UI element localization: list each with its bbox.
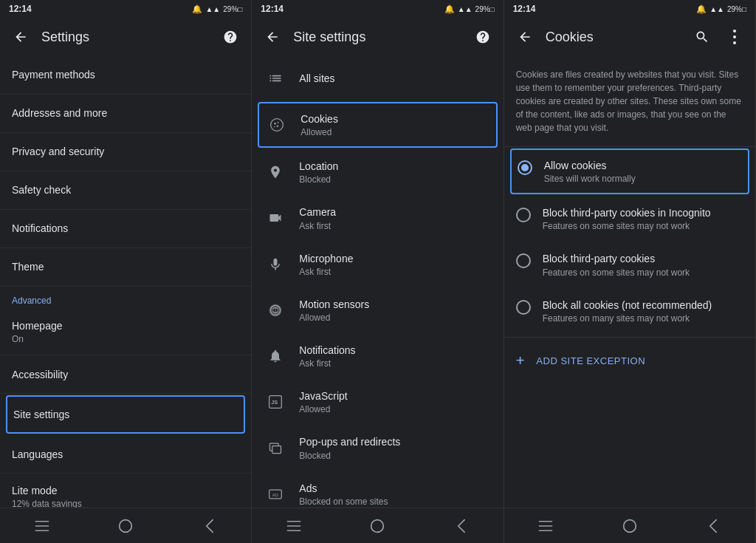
svg-text:JS: JS	[271, 400, 278, 406]
alarm-icon: 🔔	[192, 4, 202, 14]
settings-item-accessibility[interactable]: Accessibility	[0, 355, 251, 394]
status-bar-1: 12:14 🔔 ▲▲ 29%□	[0, 0, 251, 18]
nav-menu-2[interactable]	[279, 511, 309, 541]
cookie-icon	[265, 113, 289, 137]
nav-back-1[interactable]	[195, 511, 224, 541]
nav-menu-3[interactable]	[531, 511, 560, 541]
site-item-notifications[interactable]: Notifications Ask first	[252, 333, 503, 379]
advanced-section-label: Advanced	[0, 287, 251, 309]
bell-icon	[264, 344, 287, 368]
nav-home-2[interactable]	[362, 511, 392, 541]
plus-icon: +	[516, 352, 525, 369]
battery-icon-2: 29%□	[475, 5, 495, 13]
nav-back-3[interactable]	[698, 511, 728, 541]
nav-home-1[interactable]	[111, 511, 140, 541]
status-icons-3: 🔔 ▲▲ 29%□	[696, 4, 746, 14]
signal-icon-3: ▲▲	[709, 5, 724, 13]
svg-point-8	[274, 126, 275, 128]
settings-list: Payment methods Addresses and more Priva…	[0, 56, 251, 508]
svg-rect-25	[539, 530, 553, 531]
signal-icon: ▲▲	[205, 5, 220, 13]
nav-menu-1[interactable]	[27, 511, 57, 541]
site-item-popups[interactable]: Pop-ups and redirects Blocked	[252, 425, 503, 471]
svg-text:AD: AD	[272, 492, 278, 496]
svg-rect-18	[287, 530, 301, 531]
cookies-description: Cookies are files created by websites th…	[504, 56, 755, 147]
settings-item-addresses[interactable]: Addresses and more	[0, 95, 251, 133]
svg-rect-2	[35, 530, 49, 531]
settings-item-languages[interactable]: Languages	[0, 435, 251, 474]
svg-rect-17	[287, 525, 301, 527]
settings-item-safety[interactable]: Safety check	[0, 171, 251, 210]
cookie-option-block-all[interactable]: Block all cookies (not recommended) Feat…	[504, 288, 755, 334]
more-button[interactable]	[723, 25, 746, 49]
ads-icon: AD	[264, 482, 287, 506]
location-icon	[264, 160, 287, 184]
svg-point-21	[733, 35, 736, 38]
camera-icon	[264, 206, 287, 230]
settings-item-theme[interactable]: Theme	[0, 248, 251, 287]
site-settings-title: Site settings	[293, 30, 461, 45]
radio-allow	[518, 160, 532, 175]
settings-item-lite-mode[interactable]: Lite mode 12% data savings	[0, 474, 251, 508]
settings-item-site-settings[interactable]: Site settings	[6, 395, 245, 434]
svg-rect-0	[35, 521, 49, 522]
site-settings-panel: 12:14 🔔 ▲▲ 29%□ Site settings All sites	[252, 0, 504, 543]
cookie-option-block-incognito[interactable]: Block third-party cookies in Incognito F…	[504, 196, 755, 242]
bottom-nav-1	[0, 508, 251, 543]
site-item-camera[interactable]: Camera Ask first	[252, 195, 503, 241]
status-bar-2: 12:14 🔔 ▲▲ 29%□	[252, 0, 503, 18]
svg-rect-1	[35, 525, 49, 527]
add-exception-label: ADD SITE EXCEPTION	[536, 355, 645, 366]
site-item-all-sites[interactable]: All sites	[252, 56, 503, 100]
bottom-nav-2	[252, 508, 503, 543]
back-button-1[interactable]	[9, 25, 32, 49]
svg-point-3	[120, 519, 132, 532]
javascript-icon: JS	[264, 390, 287, 414]
svg-rect-23	[539, 521, 553, 522]
site-item-javascript[interactable]: JS JavaScript Allowed	[252, 379, 503, 425]
site-settings-top-bar: Site settings	[252, 18, 503, 56]
time-3: 12:14	[513, 4, 536, 14]
alarm-icon-2: 🔔	[444, 4, 455, 14]
nav-home-3[interactable]	[615, 511, 645, 541]
radio-block-all	[516, 300, 531, 315]
radio-block-third-party	[516, 253, 531, 268]
radio-block-incognito	[516, 208, 531, 222]
add-exception-button[interactable]: + ADD SITE EXCEPTION	[504, 341, 755, 381]
help-button-2[interactable]	[471, 25, 495, 49]
site-item-microphone[interactable]: Microphone Ask first	[252, 242, 503, 287]
settings-item-notifications[interactable]: Notifications	[0, 210, 251, 248]
svg-point-4	[271, 119, 284, 132]
svg-point-6	[278, 122, 279, 123]
cookie-option-block-third-party[interactable]: Block third-party cookies Features on so…	[504, 242, 755, 287]
settings-item-payment[interactable]: Payment methods	[0, 56, 251, 95]
svg-point-26	[623, 519, 636, 532]
search-button[interactable]	[690, 25, 714, 49]
cookies-top-bar: Cookies	[504, 18, 755, 56]
site-item-ads[interactable]: AD Ads Blocked on some sites	[252, 471, 503, 508]
settings-item-homepage[interactable]: Homepage On	[0, 309, 251, 355]
back-button-2[interactable]	[261, 25, 284, 49]
svg-point-22	[733, 41, 736, 44]
settings-item-privacy[interactable]: Privacy and security	[0, 133, 251, 171]
divider	[504, 337, 755, 338]
svg-point-7	[277, 126, 279, 128]
settings-top-bar: Settings	[0, 18, 251, 56]
cookie-option-allow[interactable]: Allow cookies Sites will work normally	[510, 148, 749, 194]
svg-rect-13	[272, 446, 281, 454]
svg-point-5	[275, 123, 277, 125]
nav-back-2[interactable]	[447, 511, 476, 541]
alarm-icon-3: 🔔	[696, 4, 707, 14]
site-item-location[interactable]: Location Blocked	[252, 149, 503, 195]
battery-icon: 29%□	[223, 5, 242, 13]
back-button-3[interactable]	[513, 25, 537, 49]
battery-icon-3: 29%□	[727, 5, 746, 13]
site-item-motion[interactable]: Motion sensors Allowed	[252, 287, 503, 333]
site-item-cookies[interactable]: Cookies Allowed	[258, 102, 497, 148]
motion-icon	[264, 298, 287, 322]
cookies-options-list: Allow cookies Sites will work normally B…	[504, 147, 755, 508]
help-button-1[interactable]	[219, 25, 242, 49]
settings-panel: 12:14 🔔 ▲▲ 29%□ Settings Payment methods…	[0, 0, 252, 543]
signal-icon-2: ▲▲	[458, 5, 472, 13]
